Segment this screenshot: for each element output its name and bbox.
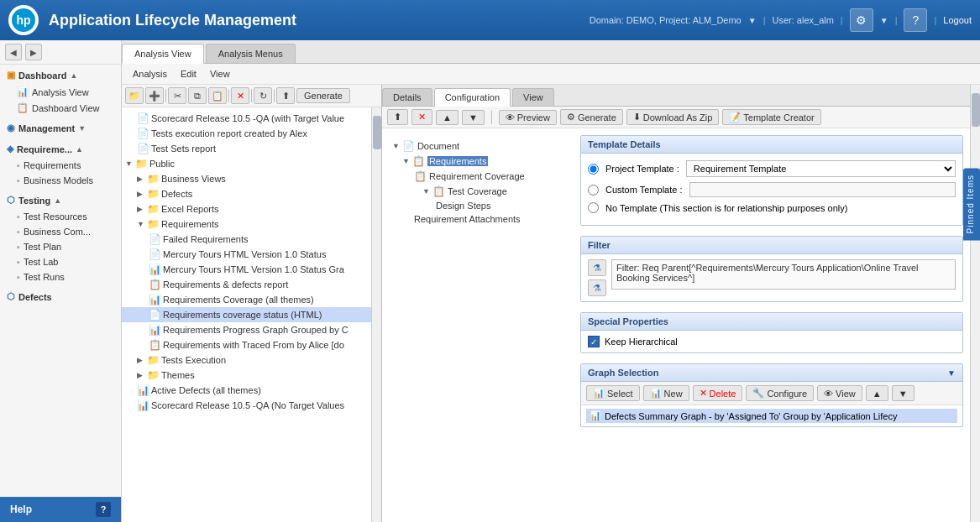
toolbar-edit-btn[interactable]: Edit xyxy=(175,66,202,81)
graph-row-defects[interactable]: 📊 Defects Summary Graph - by 'Assigned T… xyxy=(586,409,957,423)
tree-item-failed-req[interactable]: 📄 Failed Requirements xyxy=(122,232,371,247)
tree-refresh-btn[interactable]: ↻ xyxy=(254,87,272,104)
doc-tree-test-coverage[interactable]: ▼ 📋 Test Coverage xyxy=(389,184,574,199)
tree-item-req-coverage-html[interactable]: 📄 Requirements coverage status (HTML) xyxy=(122,307,371,322)
graph-move-up-btn[interactable]: ▲ xyxy=(866,385,888,401)
tree-copy-btn[interactable]: ⧉ xyxy=(188,87,207,104)
filter-set-btn[interactable]: ⚗ xyxy=(588,259,606,276)
graph-move-down-btn[interactable]: ▼ xyxy=(892,385,914,401)
management-expand-icon: ▼ xyxy=(78,124,86,133)
sidebar-item-requirements[interactable]: ◈ Requireme... ▲ xyxy=(0,140,121,158)
sidebar-item-req-sub2[interactable]: ▪ Business Models xyxy=(0,173,121,188)
tree-item-req-traced[interactable]: 📋 Requirements with Traced From by Alice… xyxy=(122,337,371,352)
project-template-dropdown[interactable]: Requirement Template xyxy=(686,160,956,177)
tree-item-business-views[interactable]: ▶ 📁 Business Views xyxy=(122,171,371,186)
tree-vscroll[interactable] xyxy=(371,107,381,522)
tree-item-themes[interactable]: ▶ 📁 Themes xyxy=(122,368,371,383)
doc-tree-req-coverage[interactable]: 📋 Requirement Coverage xyxy=(389,169,574,184)
tree-item-mercury-graph[interactable]: 📊 Mercury Tours HTML Version 1.0 Status … xyxy=(122,262,371,277)
right-delete-btn[interactable]: ✕ xyxy=(411,109,432,125)
right-vscroll[interactable] xyxy=(970,85,980,522)
right-generate-btn[interactable]: ⚙ Generate xyxy=(560,109,623,125)
upload-icon: ⬆ xyxy=(394,112,401,123)
toolbar-analysis-btn[interactable]: Analysis xyxy=(127,66,173,81)
tree-cut-btn[interactable]: ✂ xyxy=(168,87,186,104)
tree-item-req-defects-report[interactable]: 📋 Requirements & defects report xyxy=(122,277,371,292)
tree-item-public[interactable]: ▼ 📁 Public xyxy=(122,156,371,171)
filter-clear-btn[interactable]: ⚗ xyxy=(588,279,606,296)
doc-tree-document[interactable]: ▼ 📄 Document xyxy=(389,138,574,154)
keep-hierarchical-checkbox[interactable]: ✓ xyxy=(588,336,600,347)
custom-template-input[interactable] xyxy=(689,182,956,197)
sidebar-item-req-sub1[interactable]: ▪ Requirements xyxy=(0,158,121,173)
doc-tree-req-attachments[interactable]: Requirement Attachments xyxy=(389,212,574,226)
tree-item-req-coverage-all[interactable]: 📊 Requirements Coverage (all themes) xyxy=(122,292,371,307)
right-download-btn[interactable]: ⬇ Download As Zip xyxy=(626,109,720,125)
tree-item-excel-reports[interactable]: ▶ 📁 Excel Reports xyxy=(122,201,371,217)
graph-configure-btn[interactable]: 🔧 Configure xyxy=(746,385,814,401)
toolbar-view-btn[interactable]: View xyxy=(204,66,236,81)
graph-delete-btn[interactable]: ✕ Delete xyxy=(693,385,743,401)
tree-item-defects-folder[interactable]: ▶ 📁 Defects xyxy=(122,186,371,201)
tab-analysis-view[interactable]: Analysis View xyxy=(122,44,204,64)
tree-item-tests-exec-report[interactable]: 📄 Tests execution report created by Alex xyxy=(122,126,371,141)
sidebar-item-test-plan[interactable]: ▪ Test Plan xyxy=(0,239,121,254)
sidebar-item-business-com[interactable]: ▪ Business Com... xyxy=(0,224,121,239)
tree-new-folder-btn[interactable]: 📁 xyxy=(125,87,144,104)
right-upload-btn[interactable]: ⬆ xyxy=(387,109,408,125)
sidebar-item-dashboard[interactable]: ▣ Dashboard ▲ xyxy=(0,66,121,84)
graph-view-btn[interactable]: 👁 View xyxy=(817,385,862,401)
right-preview-btn[interactable]: 👁 Preview xyxy=(499,110,557,125)
tree-label-req-defects: Requirements & defects report xyxy=(163,279,288,290)
tree-delete-btn[interactable]: ✕ xyxy=(231,87,249,104)
tree-item-mercury-html[interactable]: 📄 Mercury Tours HTML Version 1.0 Status xyxy=(122,247,371,262)
sidebar-item-dashboard-view[interactable]: 📋 Dashboard View xyxy=(0,100,121,116)
no-template-radio[interactable] xyxy=(588,202,599,213)
tree-generate-btn[interactable]: Generate xyxy=(296,88,350,103)
sidebar-item-test-lab[interactable]: ▪ Test Lab xyxy=(0,254,121,269)
tab-details[interactable]: Details xyxy=(382,88,432,106)
tree-item-req-progress[interactable]: 📊 Requirements Progress Graph Grouped by… xyxy=(122,322,371,337)
settings-dropdown[interactable]: ▼ xyxy=(880,16,888,25)
tree-item-scorecard2[interactable]: 📊 Scorecard Release 10.5 -QA (No Target … xyxy=(122,398,371,413)
tree-export-btn[interactable]: ⬆ xyxy=(276,87,295,104)
tree-item-active-defects[interactable]: 📊 Active Defects (all themes) xyxy=(122,383,371,398)
sidebar-item-analysis-view[interactable]: 📊 Analysis View xyxy=(0,84,121,100)
help-button[interactable]: ? xyxy=(96,502,111,517)
nav-forward-btn[interactable]: ▶ xyxy=(25,44,42,60)
sidebar-item-testing[interactable]: ⬡ Testing ▲ xyxy=(0,191,121,209)
sidebar-item-test-resources[interactable]: ▪ Test Resources xyxy=(0,209,121,224)
tab-view[interactable]: View xyxy=(512,88,554,106)
settings-icon[interactable]: ⚙ xyxy=(850,8,873,32)
custom-template-radio[interactable] xyxy=(588,185,599,196)
tree-new-item-btn[interactable]: ➕ xyxy=(145,87,164,104)
sidebar-item-test-runs[interactable]: ▪ Test Runs xyxy=(0,269,121,284)
tab-analysis-menus[interactable]: Analysis Menus xyxy=(206,44,296,63)
doc-tree-design-steps[interactable]: Design Steps xyxy=(389,199,574,212)
tree-item-test-sets-report[interactable]: 📄 Test Sets report xyxy=(122,141,371,156)
tree-vscroll-thumb[interactable] xyxy=(373,116,381,149)
help-icon[interactable]: ? xyxy=(904,8,927,32)
sidebar-item-management[interactable]: ◉ Management ▼ xyxy=(0,119,121,137)
doc-tree-requirements[interactable]: ▼ 📋 Requirements xyxy=(389,154,574,169)
right-move-down-btn[interactable]: ▼ xyxy=(462,110,485,125)
tree-item-scorecard1[interactable]: 📄 Scorecard Release 10.5 -QA (with Targe… xyxy=(122,111,371,126)
logout-button[interactable]: Logout xyxy=(943,15,972,25)
pinned-items-tab[interactable]: Pinned Items xyxy=(963,168,980,240)
graph-collapse-icon[interactable]: ▼ xyxy=(947,368,956,378)
domain-dropdown[interactable]: ▼ xyxy=(748,16,757,25)
doc-req-label: Requirements xyxy=(427,156,488,166)
project-template-radio[interactable] xyxy=(588,164,599,175)
tree-item-requirements-folder[interactable]: ▼ 📁 Requirements xyxy=(122,217,371,232)
right-vscroll-thumb[interactable] xyxy=(972,93,980,127)
right-template-creator-btn[interactable]: 📝 Template Creator xyxy=(722,109,820,125)
tab-configuration[interactable]: Configuration xyxy=(434,88,511,107)
right-move-up-btn[interactable]: ▲ xyxy=(436,110,459,125)
tree-item-tests-exec-folder[interactable]: ▶ 📁 Tests Execution xyxy=(122,352,371,368)
sidebar-item-defects[interactable]: ⬡ Defects xyxy=(0,288,121,305)
tree-paste-btn[interactable]: 📋 xyxy=(208,87,227,104)
graph-new-btn[interactable]: 📊 New xyxy=(643,385,689,401)
graph-select-btn[interactable]: 📊 Select xyxy=(586,385,640,401)
req-collapse-icon: ▲ xyxy=(76,145,83,154)
nav-back-btn[interactable]: ◀ xyxy=(5,44,22,60)
